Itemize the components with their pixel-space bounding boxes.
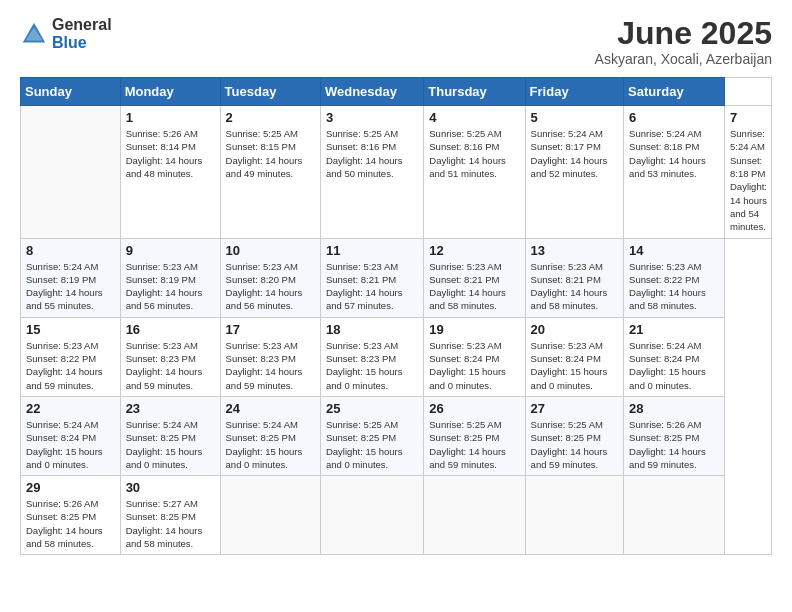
day-header-tuesday: Tuesday (220, 78, 320, 106)
calendar-day-10: 10Sunrise: 5:23 AMSunset: 8:20 PMDayligh… (220, 238, 320, 317)
calendar-week-3: 15Sunrise: 5:23 AMSunset: 8:22 PMDayligh… (21, 317, 772, 396)
empty-cell (320, 476, 423, 555)
day-number: 27 (531, 401, 619, 416)
day-info: Sunrise: 5:23 AMSunset: 8:22 PMDaylight:… (26, 339, 116, 392)
calendar-week-5: 29Sunrise: 5:26 AMSunset: 8:25 PMDayligh… (21, 476, 772, 555)
day-number: 22 (26, 401, 116, 416)
day-number: 18 (326, 322, 419, 337)
calendar-day-7: 7Sunrise: 5:24 AMSunset: 8:18 PMDaylight… (724, 106, 771, 238)
day-number: 7 (730, 110, 767, 125)
empty-cell (424, 476, 525, 555)
calendar-day-26: 26Sunrise: 5:25 AMSunset: 8:25 PMDayligh… (424, 396, 525, 475)
day-number: 21 (629, 322, 720, 337)
day-info: Sunrise: 5:25 AMSunset: 8:25 PMDaylight:… (326, 418, 419, 471)
calendar-day-15: 15Sunrise: 5:23 AMSunset: 8:22 PMDayligh… (21, 317, 121, 396)
day-number: 30 (126, 480, 216, 495)
day-number: 17 (226, 322, 316, 337)
calendar-day-4: 4Sunrise: 5:25 AMSunset: 8:16 PMDaylight… (424, 106, 525, 238)
day-number: 4 (429, 110, 520, 125)
day-number: 29 (26, 480, 116, 495)
day-info: Sunrise: 5:23 AMSunset: 8:19 PMDaylight:… (126, 260, 216, 313)
day-info: Sunrise: 5:23 AMSunset: 8:21 PMDaylight:… (326, 260, 419, 313)
day-number: 20 (531, 322, 619, 337)
day-info: Sunrise: 5:23 AMSunset: 8:23 PMDaylight:… (226, 339, 316, 392)
day-number: 2 (226, 110, 316, 125)
day-info: Sunrise: 5:24 AMSunset: 8:24 PMDaylight:… (26, 418, 116, 471)
day-info: Sunrise: 5:25 AMSunset: 8:16 PMDaylight:… (429, 127, 520, 180)
calendar-day-8: 8Sunrise: 5:24 AMSunset: 8:19 PMDaylight… (21, 238, 121, 317)
calendar-day-5: 5Sunrise: 5:24 AMSunset: 8:17 PMDaylight… (525, 106, 623, 238)
day-info: Sunrise: 5:24 AMSunset: 8:24 PMDaylight:… (629, 339, 720, 392)
day-number: 11 (326, 243, 419, 258)
calendar-day-14: 14Sunrise: 5:23 AMSunset: 8:22 PMDayligh… (624, 238, 725, 317)
day-header-sunday: Sunday (21, 78, 121, 106)
calendar-day-28: 28Sunrise: 5:26 AMSunset: 8:25 PMDayligh… (624, 396, 725, 475)
day-header-wednesday: Wednesday (320, 78, 423, 106)
logo-icon (20, 20, 48, 48)
day-number: 5 (531, 110, 619, 125)
calendar-day-16: 16Sunrise: 5:23 AMSunset: 8:23 PMDayligh… (120, 317, 220, 396)
empty-cell (525, 476, 623, 555)
day-info: Sunrise: 5:25 AMSunset: 8:25 PMDaylight:… (531, 418, 619, 471)
day-info: Sunrise: 5:23 AMSunset: 8:22 PMDaylight:… (629, 260, 720, 313)
day-info: Sunrise: 5:23 AMSunset: 8:24 PMDaylight:… (531, 339, 619, 392)
day-info: Sunrise: 5:25 AMSunset: 8:15 PMDaylight:… (226, 127, 316, 180)
day-header-thursday: Thursday (424, 78, 525, 106)
calendar-day-12: 12Sunrise: 5:23 AMSunset: 8:21 PMDayligh… (424, 238, 525, 317)
day-number: 9 (126, 243, 216, 258)
calendar-day-2: 2Sunrise: 5:25 AMSunset: 8:15 PMDaylight… (220, 106, 320, 238)
calendar-day-24: 24Sunrise: 5:24 AMSunset: 8:25 PMDayligh… (220, 396, 320, 475)
day-info: Sunrise: 5:26 AMSunset: 8:25 PMDaylight:… (629, 418, 720, 471)
calendar-day-30: 30Sunrise: 5:27 AMSunset: 8:25 PMDayligh… (120, 476, 220, 555)
day-info: Sunrise: 5:25 AMSunset: 8:16 PMDaylight:… (326, 127, 419, 180)
day-number: 6 (629, 110, 720, 125)
location-subtitle: Askyaran, Xocali, Azerbaijan (595, 51, 772, 67)
day-header-monday: Monday (120, 78, 220, 106)
day-info: Sunrise: 5:27 AMSunset: 8:25 PMDaylight:… (126, 497, 216, 550)
day-info: Sunrise: 5:23 AMSunset: 8:23 PMDaylight:… (126, 339, 216, 392)
day-number: 1 (126, 110, 216, 125)
calendar-week-1: 1Sunrise: 5:26 AMSunset: 8:14 PMDaylight… (21, 106, 772, 238)
logo-text: General Blue (52, 16, 112, 51)
calendar-day-25: 25Sunrise: 5:25 AMSunset: 8:25 PMDayligh… (320, 396, 423, 475)
day-number: 19 (429, 322, 520, 337)
day-info: Sunrise: 5:23 AMSunset: 8:20 PMDaylight:… (226, 260, 316, 313)
calendar-body: 1Sunrise: 5:26 AMSunset: 8:14 PMDaylight… (21, 106, 772, 555)
day-number: 25 (326, 401, 419, 416)
calendar-header: SundayMondayTuesdayWednesdayThursdayFrid… (21, 78, 772, 106)
day-number: 10 (226, 243, 316, 258)
day-header-saturday: Saturday (624, 78, 725, 106)
calendar-day-11: 11Sunrise: 5:23 AMSunset: 8:21 PMDayligh… (320, 238, 423, 317)
calendar-day-21: 21Sunrise: 5:24 AMSunset: 8:24 PMDayligh… (624, 317, 725, 396)
day-info: Sunrise: 5:24 AMSunset: 8:17 PMDaylight:… (531, 127, 619, 180)
day-info: Sunrise: 5:24 AMSunset: 8:18 PMDaylight:… (730, 127, 767, 233)
calendar-day-20: 20Sunrise: 5:23 AMSunset: 8:24 PMDayligh… (525, 317, 623, 396)
day-info: Sunrise: 5:23 AMSunset: 8:24 PMDaylight:… (429, 339, 520, 392)
calendar-day-6: 6Sunrise: 5:24 AMSunset: 8:18 PMDaylight… (624, 106, 725, 238)
calendar-day-19: 19Sunrise: 5:23 AMSunset: 8:24 PMDayligh… (424, 317, 525, 396)
empty-cell (21, 106, 121, 238)
day-info: Sunrise: 5:23 AMSunset: 8:23 PMDaylight:… (326, 339, 419, 392)
title-block: June 2025 Askyaran, Xocali, Azerbaijan (595, 16, 772, 67)
day-number: 3 (326, 110, 419, 125)
day-number: 28 (629, 401, 720, 416)
day-info: Sunrise: 5:26 AMSunset: 8:14 PMDaylight:… (126, 127, 216, 180)
empty-cell (220, 476, 320, 555)
day-info: Sunrise: 5:24 AMSunset: 8:25 PMDaylight:… (126, 418, 216, 471)
calendar-day-3: 3Sunrise: 5:25 AMSunset: 8:16 PMDaylight… (320, 106, 423, 238)
day-number: 15 (26, 322, 116, 337)
logo-blue: Blue (52, 34, 112, 52)
calendar-week-4: 22Sunrise: 5:24 AMSunset: 8:24 PMDayligh… (21, 396, 772, 475)
day-info: Sunrise: 5:24 AMSunset: 8:25 PMDaylight:… (226, 418, 316, 471)
calendar-day-13: 13Sunrise: 5:23 AMSunset: 8:21 PMDayligh… (525, 238, 623, 317)
day-number: 23 (126, 401, 216, 416)
day-number: 12 (429, 243, 520, 258)
day-info: Sunrise: 5:25 AMSunset: 8:25 PMDaylight:… (429, 418, 520, 471)
day-info: Sunrise: 5:24 AMSunset: 8:18 PMDaylight:… (629, 127, 720, 180)
calendar-day-27: 27Sunrise: 5:25 AMSunset: 8:25 PMDayligh… (525, 396, 623, 475)
empty-cell (624, 476, 725, 555)
calendar-week-2: 8Sunrise: 5:24 AMSunset: 8:19 PMDaylight… (21, 238, 772, 317)
day-number: 24 (226, 401, 316, 416)
header: General Blue June 2025 Askyaran, Xocali,… (20, 16, 772, 67)
day-number: 13 (531, 243, 619, 258)
